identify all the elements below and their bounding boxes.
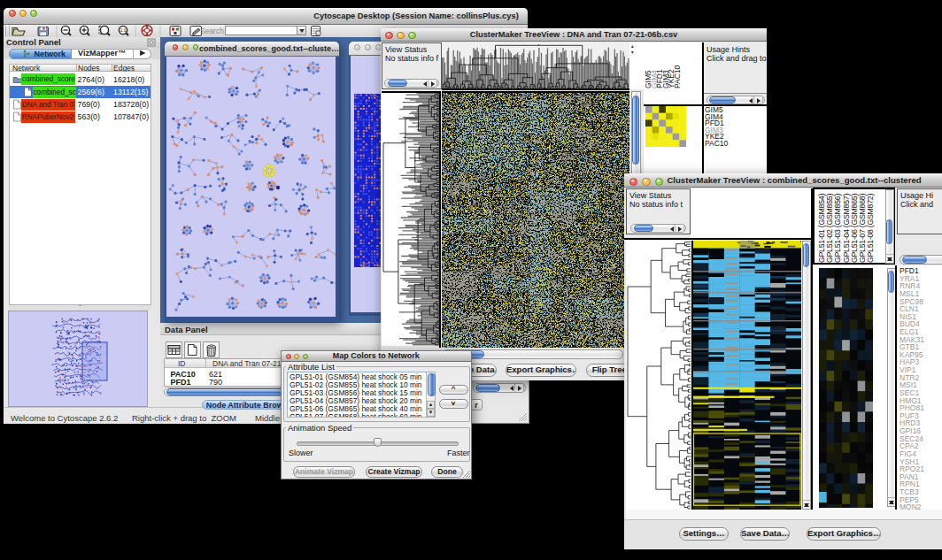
svg-text:1:1: 1:1 [120, 27, 127, 33]
